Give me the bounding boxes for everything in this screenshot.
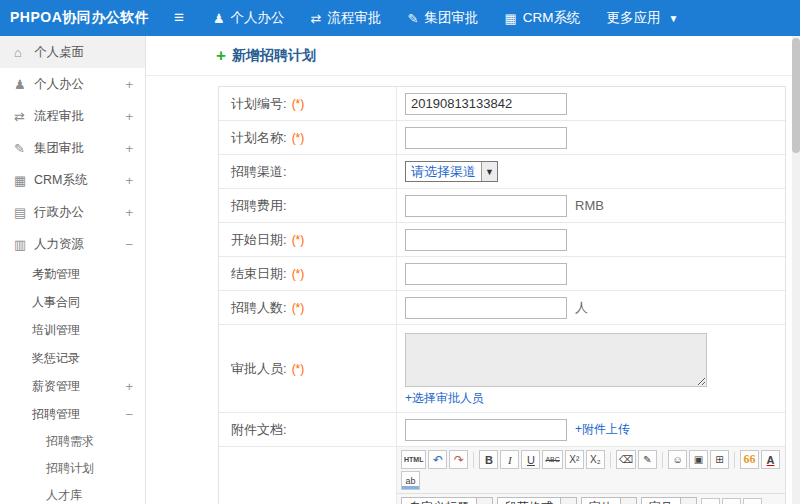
nav-label: CRM系统: [523, 9, 581, 27]
chevron-down-icon: ▼: [560, 498, 576, 504]
chart-icon: ▦: [14, 173, 34, 188]
align-left-button[interactable]: ≡: [701, 498, 720, 504]
nav-item-group-approval[interactable]: ✎ 集团审批: [394, 0, 491, 36]
format-painter-button[interactable]: ✎: [638, 450, 657, 469]
nav-label: 更多应用: [606, 9, 660, 27]
field-label: 计划名称:: [231, 129, 287, 147]
sidebar-item-recruitment-plan[interactable]: 招聘计划: [0, 455, 145, 482]
page-title: 新增招聘计划: [232, 47, 316, 65]
edit-icon: ✎: [14, 141, 34, 156]
start-date-input[interactable]: [405, 229, 567, 251]
nav-item-more-apps[interactable]: 更多应用 ▼: [593, 0, 691, 36]
select-approver-link[interactable]: +选择审批人员: [405, 390, 484, 407]
field-label: 招聘渠道:: [231, 163, 287, 181]
blockquote-button[interactable]: 66: [740, 450, 759, 469]
bold-button[interactable]: B: [479, 450, 498, 469]
font-family-dropdown[interactable]: 字体 ▼: [581, 497, 637, 504]
sidebar-item-group-approval[interactable]: ✎ 集团审批 +: [0, 132, 145, 164]
attachment-upload-link[interactable]: +附件上传: [575, 421, 630, 438]
form-row-headcount: 招聘人数: (*) 人: [219, 291, 785, 325]
end-date-input[interactable]: [405, 263, 567, 285]
sidebar-item-hr-contract[interactable]: 人事合同: [0, 288, 145, 316]
nav-item-workflow-approval[interactable]: ⇄ 流程审批: [298, 0, 395, 36]
sidebar-item-crm-system[interactable]: ▦ CRM系统 +: [0, 164, 145, 196]
sidebar-item-human-resources[interactable]: ▥ 人力资源 −: [0, 228, 145, 260]
required-marker: (*): [292, 233, 305, 247]
align-center-button[interactable]: ≡: [722, 498, 741, 504]
emoticon-button[interactable]: ☺: [668, 450, 687, 469]
plan-name-input[interactable]: [405, 127, 567, 149]
editor-toolbar-row2: 自定义标题 ▼ 段落格式 ▼ 字体 ▼ 字号 ▼ ≡: [397, 494, 785, 504]
sidebar-item-personal-desktop[interactable]: ⌂ 个人桌面: [0, 36, 145, 68]
collapse-icon: −: [125, 407, 133, 422]
headcount-input[interactable]: [405, 297, 567, 319]
highlight-color-button[interactable]: ab: [401, 471, 420, 490]
field-label: 结束日期:: [231, 265, 287, 283]
sidebar-item-salary[interactable]: 薪资管理 +: [0, 372, 145, 400]
underline-button[interactable]: U: [521, 450, 540, 469]
unit-suffix: 人: [575, 299, 588, 317]
workflow-icon: ⇄: [14, 109, 34, 124]
sidebar-item-recruitment-demand[interactable]: 招聘需求: [0, 428, 145, 455]
nav-label: 集团审批: [424, 9, 478, 27]
paragraph-format-dropdown[interactable]: 段落格式 ▼: [497, 497, 577, 504]
sidebar-item-talent-pool[interactable]: 人才库: [0, 482, 145, 504]
plan-no-input[interactable]: [405, 93, 567, 115]
table-button[interactable]: ⊞: [710, 450, 729, 469]
form-row-approver: 审批人员: (*) +选择审批人员: [219, 325, 785, 413]
form-row-attachment: 附件文档: +附件上传: [219, 413, 785, 447]
italic-button[interactable]: I: [500, 450, 519, 469]
remove-format-button[interactable]: ⌫: [616, 450, 636, 469]
redo-button[interactable]: ↷: [449, 450, 468, 469]
sidebar: ⌂ 个人桌面 ♟ 个人办公 + ⇄ 流程审批 + ✎ 集团审批 + ▦ CRM系…: [0, 36, 146, 504]
form-row-cost: 招聘费用: RMB: [219, 189, 785, 223]
user-icon: ♟: [14, 77, 34, 92]
main-content: + 新增招聘计划 计划编号: (*) 计划名称: (*) 招聘渠道:: [146, 36, 792, 504]
undo-button[interactable]: ↶: [428, 450, 447, 469]
sidebar-item-training[interactable]: 培训管理: [0, 316, 145, 344]
sidebar-item-rewards-punishments[interactable]: 奖惩记录: [0, 344, 145, 372]
expand-icon: +: [125, 173, 133, 188]
plus-icon: +: [216, 47, 226, 64]
sidebar-item-admin-office[interactable]: ▤ 行政办公 +: [0, 196, 145, 228]
nav-item-crm-system[interactable]: ▦ CRM系统: [491, 0, 593, 36]
required-marker: (*): [292, 301, 305, 315]
heading-style-dropdown[interactable]: 自定义标题 ▼: [401, 497, 493, 504]
vertical-scrollbar[interactable]: [792, 36, 800, 504]
editor-toolbar-row1: HTML ↶ ↷ B I U ABC X² X₂ ⌫ ✎ ☺ ▣ ⊞: [397, 447, 785, 494]
font-color-button[interactable]: A: [761, 450, 780, 469]
cost-input[interactable]: [405, 195, 567, 217]
subscript-button[interactable]: X₂: [586, 450, 605, 469]
attachment-input[interactable]: [405, 419, 567, 441]
approver-textarea[interactable]: [405, 333, 707, 387]
expand-icon: +: [125, 77, 133, 92]
home-icon: ⌂: [14, 45, 34, 60]
chevron-down-icon: ▼: [680, 498, 696, 504]
font-size-dropdown[interactable]: 字号 ▼: [641, 497, 697, 504]
sidebar-item-personal-office[interactable]: ♟ 个人办公 +: [0, 68, 145, 100]
form-row-plan-no: 计划编号: (*): [219, 87, 785, 121]
image-button[interactable]: ▣: [689, 450, 708, 469]
field-label: 招聘人数:: [231, 299, 287, 317]
chart-icon: ▦: [504, 11, 516, 26]
required-marker: (*): [292, 267, 305, 281]
sidebar-item-recruitment-mgmt[interactable]: 招聘管理 −: [0, 400, 145, 428]
sidebar-item-workflow-approval[interactable]: ⇄ 流程审批 +: [0, 100, 145, 132]
chevron-down-icon: ▼: [481, 162, 497, 181]
html-source-button[interactable]: HTML: [401, 450, 426, 469]
expand-icon: +: [125, 205, 133, 220]
toolbar-separator: [610, 452, 611, 468]
field-label: 附件文档:: [231, 421, 287, 439]
scrollbar-thumb[interactable]: [792, 38, 800, 153]
align-right-button[interactable]: ≡: [743, 498, 762, 504]
expand-icon: +: [125, 141, 133, 156]
nav-item-personal-office[interactable]: ♟ 个人办公: [200, 0, 298, 36]
expand-icon: +: [125, 109, 133, 124]
channel-select[interactable]: 请选择渠道 ▼: [405, 161, 498, 182]
expand-icon: +: [125, 379, 133, 394]
sidebar-item-attendance[interactable]: 考勤管理: [0, 260, 145, 288]
chevron-down-icon: ▼: [476, 498, 492, 504]
strikethrough-button[interactable]: ABC: [542, 450, 562, 469]
menu-toggle-icon[interactable]: ≡: [158, 0, 200, 36]
superscript-button[interactable]: X²: [565, 450, 584, 469]
